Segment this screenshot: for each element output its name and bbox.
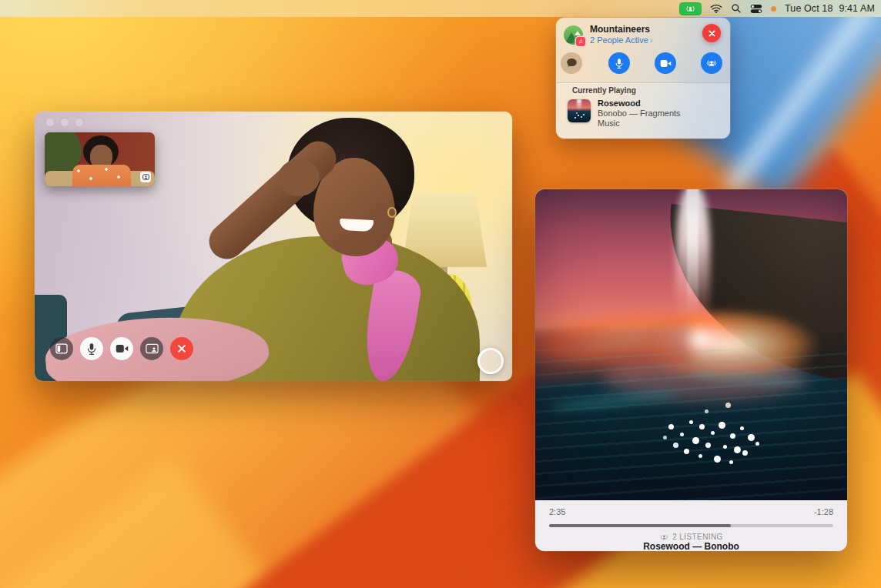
close-x-icon (708, 29, 716, 38)
end-call-button[interactable] (170, 337, 193, 360)
messages-button[interactable] (561, 52, 582, 74)
shareplay-icon (705, 57, 718, 69)
track-artist-album: Bonobo — Fragments (598, 109, 681, 118)
menu-bar-clock[interactable]: 9:41 AM (839, 3, 875, 14)
progress-bar[interactable] (549, 524, 833, 527)
mic-icon (615, 58, 624, 69)
music-miniplayer-window: 2:35 -1:28 2 LISTENING Rosewood — Bonobo (535, 189, 847, 551)
group-name: Mountaineers (590, 24, 650, 35)
mic-icon (86, 342, 97, 356)
zoom-window-button[interactable] (75, 118, 84, 127)
avatar-mountain-peak (574, 31, 581, 35)
pip-person-frame-icon (142, 174, 149, 180)
end-call-x-icon (177, 344, 186, 353)
listening-count: 2 LISTENING (672, 533, 723, 541)
facetime-call-controls (50, 337, 193, 360)
window-traffic-lights (45, 118, 84, 127)
shareplay-popover: ♫ Mountaineers 2 People Active› (556, 18, 730, 139)
elapsed-time: 2:35 (549, 507, 565, 516)
wifi-icon[interactable] (710, 4, 722, 13)
shareplay-session-menu-icon[interactable] (679, 2, 702, 15)
menu-bar-date[interactable]: Tue Oct 18 (785, 3, 832, 14)
sidebar-icon (55, 343, 68, 354)
camera-toggle-button[interactable] (110, 337, 133, 360)
remaining-time: -1:28 (814, 507, 833, 516)
music-note-badge: ♫ (576, 37, 585, 46)
track-title: Rosewood (598, 99, 641, 108)
popover-action-buttons (556, 52, 730, 74)
track-artwork-thumbnail[interactable] (568, 99, 591, 122)
pip-camera-badge (140, 172, 151, 182)
control-center-icon[interactable] (750, 4, 762, 14)
mute-button[interactable] (80, 337, 103, 360)
facetime-window (35, 112, 512, 381)
shareplay-listeners-icon (659, 533, 669, 541)
listening-status: 2 LISTENING (535, 533, 847, 541)
artwork-sparkles (578, 115, 579, 116)
group-video-button[interactable] (655, 52, 676, 74)
shareplay-icon (685, 4, 695, 14)
currently-playing-label: Currently Playing (572, 86, 636, 95)
close-popover-button[interactable] (702, 24, 721, 42)
now-playing-title: Rosewood — Bonobo (535, 541, 847, 552)
album-artwork (535, 189, 847, 500)
caller-earring (387, 207, 397, 218)
shareplay-button[interactable] (701, 52, 722, 74)
video-camera-icon (116, 344, 129, 353)
share-screen-button[interactable] (140, 337, 163, 360)
artwork-vignette (535, 189, 847, 500)
mic-in-use-indicator-dot (771, 6, 776, 12)
capture-ring-button[interactable] (477, 348, 504, 374)
chevron-right-icon: › (650, 35, 653, 45)
spotlight-search-icon[interactable] (731, 3, 742, 14)
playback-bar: 2:35 -1:28 2 LISTENING Rosewood — Bonobo (535, 500, 847, 551)
menu-bar-status-items: Tue Oct 18 9:41 AM (679, 2, 881, 15)
minimize-window-button[interactable] (60, 118, 69, 127)
pip-caller-shirt (72, 165, 131, 186)
artwork-beam (577, 99, 581, 110)
group-mute-button[interactable] (608, 52, 630, 74)
caller-hand (278, 159, 320, 196)
chat-bubble-icon (566, 58, 578, 68)
video-camera-icon (660, 59, 672, 68)
track-source-app: Music (598, 119, 620, 128)
music-progress-fill (549, 524, 731, 527)
share-screen-icon (146, 343, 159, 354)
menu-bar: Tue Oct 18 9:41 AM (0, 0, 881, 17)
participants-status-text: 2 People Active (590, 35, 648, 45)
sidebar-toggle-button[interactable] (50, 337, 73, 360)
facetime-pip-self-view[interactable] (45, 132, 155, 186)
close-window-button[interactable] (45, 118, 55, 127)
participants-status-link[interactable]: 2 People Active› (590, 35, 653, 45)
